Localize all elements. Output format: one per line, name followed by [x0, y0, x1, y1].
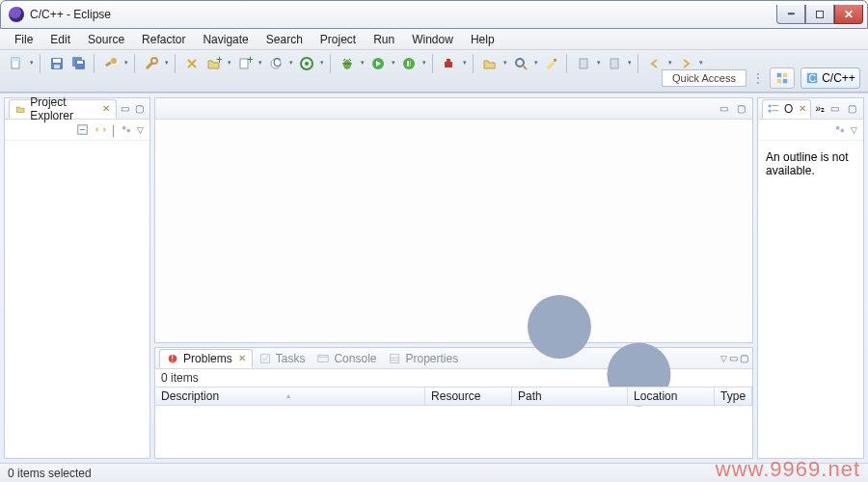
toolbar-separator	[94, 54, 95, 73]
svg-rect-33	[777, 73, 781, 77]
outline-toolbar: ▽	[758, 120, 863, 141]
menu-source[interactable]: Source	[79, 30, 133, 49]
close-icon[interactable]: ✕	[102, 103, 110, 114]
perspective-c-cpp[interactable]: C C/C++	[800, 67, 860, 89]
close-icon[interactable]: ✕	[799, 103, 806, 114]
save-all-button[interactable]	[68, 53, 90, 74]
console-tab[interactable]: Console	[311, 349, 382, 368]
build-button[interactable]	[100, 53, 122, 74]
svg-point-28	[516, 59, 524, 67]
overflow-indicator[interactable]: »₂	[815, 103, 825, 114]
properties-tab[interactable]: Properties	[382, 349, 464, 368]
outline-tab[interactable]: O ✕	[762, 99, 811, 119]
app-icon	[9, 7, 24, 22]
svg-rect-26	[445, 62, 452, 67]
properties-icon	[388, 352, 401, 365]
minimize-editor-button[interactable]: ▭	[716, 101, 731, 117]
menu-window[interactable]: Window	[403, 30, 462, 49]
toolbar-separator	[134, 54, 136, 73]
new-folder-button[interactable]: +	[203, 53, 225, 74]
project-explorer-tab[interactable]: Project Explorer ✕	[9, 99, 117, 119]
view-menu-icon[interactable]: ▽	[851, 125, 857, 135]
run-button[interactable]	[367, 53, 389, 74]
svg-point-57	[836, 126, 840, 130]
svg-rect-53	[769, 104, 772, 107]
wrench-button[interactable]	[141, 53, 162, 74]
maximize-view-button[interactable]: ▢	[133, 101, 146, 117]
toolbar-separator	[566, 54, 568, 73]
menu-project[interactable]: Project	[312, 30, 365, 49]
col-type[interactable]: Type	[715, 388, 752, 405]
view-menu-icon[interactable]: ▽	[720, 351, 727, 366]
minimize-view-button[interactable]: ▭	[729, 351, 738, 366]
filter-icon[interactable]	[119, 122, 133, 137]
svg-rect-48	[391, 354, 399, 362]
problems-table-header: Description Resource Path Location Type	[155, 387, 752, 406]
profile-button[interactable]	[398, 53, 420, 74]
svg-point-18	[343, 60, 351, 69]
view-menu-icon[interactable]: ▽	[137, 125, 144, 135]
problems-icon: !	[166, 352, 179, 365]
svg-rect-31	[580, 59, 587, 68]
new-class-button[interactable]: +	[234, 53, 256, 74]
highlight-button[interactable]	[541, 53, 562, 74]
window-buttons: ━ ✕	[776, 5, 863, 24]
new-c-button[interactable]: C	[265, 53, 286, 74]
quick-access[interactable]: Quick Access	[662, 69, 746, 87]
next-annotation-button[interactable]	[604, 53, 625, 74]
new-button[interactable]	[6, 53, 27, 74]
search-button[interactable]	[510, 53, 531, 74]
menu-help[interactable]: Help	[462, 30, 503, 49]
close-icon[interactable]: ✕	[238, 353, 246, 363]
link-editor-icon[interactable]	[94, 122, 108, 137]
toggle-mark-button[interactable]	[181, 53, 203, 74]
col-path[interactable]: Path	[512, 388, 628, 405]
menu-file[interactable]: File	[6, 30, 41, 49]
minimize-button[interactable]: ━	[776, 5, 805, 24]
maximize-button[interactable]	[805, 5, 834, 24]
svg-rect-46	[318, 355, 329, 362]
maximize-view-button[interactable]: ▢	[844, 101, 859, 117]
minimize-view-button[interactable]: ▭	[119, 101, 131, 117]
svg-text:+: +	[216, 56, 222, 67]
debug-button[interactable]	[337, 53, 358, 74]
svg-rect-35	[777, 79, 781, 83]
svg-rect-25	[410, 61, 411, 67]
outline-message: An outline is not available.	[758, 141, 863, 187]
external-tools-button[interactable]	[439, 53, 460, 74]
save-button[interactable]	[46, 53, 68, 74]
tasks-tab[interactable]: Tasks	[253, 349, 312, 368]
problems-count: 0 items	[155, 369, 752, 387]
menu-refactor[interactable]: Refactor	[133, 30, 194, 49]
svg-line-20	[343, 59, 345, 61]
svg-point-10	[151, 58, 157, 64]
col-location[interactable]: Location	[628, 388, 715, 405]
col-description[interactable]: Description	[155, 388, 425, 405]
outline-view: O ✕ »₂ ▭ ▢ ▽ An outline is not available…	[757, 97, 864, 459]
filter-icon[interactable]	[832, 122, 847, 137]
collapse-all-icon[interactable]	[75, 122, 90, 137]
tasks-icon	[258, 352, 272, 365]
close-button[interactable]: ✕	[834, 5, 863, 24]
minimize-view-button[interactable]: ▭	[827, 101, 842, 117]
outline-tabrow: O ✕ »₂ ▭ ▢	[758, 98, 863, 120]
project-explorer-body[interactable]	[5, 141, 149, 458]
maximize-editor-button[interactable]: ▢	[733, 101, 748, 117]
prev-annotation-button[interactable]	[573, 53, 594, 74]
open-type-button[interactable]	[479, 53, 501, 74]
center-area: ▭ ▢ ! Problems ✕ Tasks Console	[154, 97, 753, 459]
open-perspective-button[interactable]	[770, 67, 795, 89]
svg-rect-24	[407, 61, 409, 67]
svg-line-21	[349, 59, 351, 61]
tasks-tab-label: Tasks	[276, 352, 306, 365]
menu-run[interactable]: Run	[365, 30, 403, 49]
perspective-label: C/C++	[822, 71, 855, 85]
menu-search[interactable]: Search	[258, 30, 312, 49]
menu-navigate[interactable]: Navigate	[194, 30, 257, 49]
problems-tab[interactable]: ! Problems ✕	[159, 349, 253, 368]
problems-table-body[interactable]	[155, 406, 752, 458]
col-resource[interactable]: Resource	[425, 388, 512, 405]
build-target-button[interactable]	[296, 53, 317, 74]
menu-edit[interactable]: Edit	[41, 30, 79, 49]
maximize-view-button[interactable]: ▢	[740, 351, 748, 366]
